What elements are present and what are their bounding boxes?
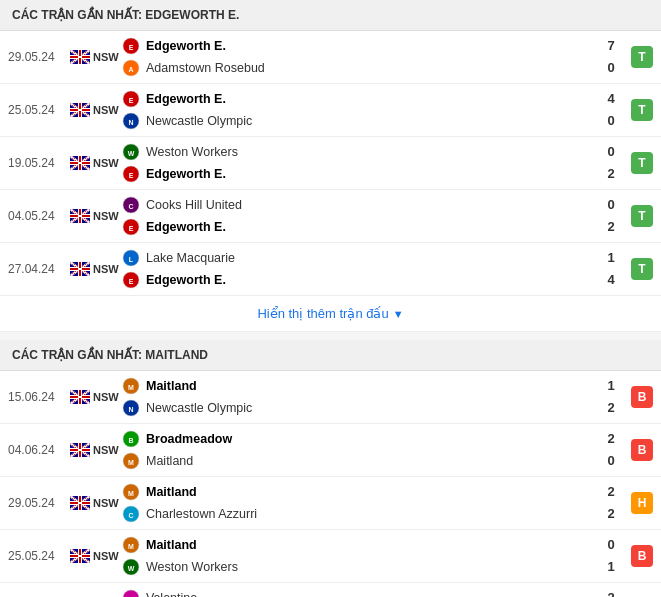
svg-line-17 [70, 103, 90, 117]
svg-rect-5 [78, 50, 82, 64]
team-name-1: Weston Workers [146, 145, 238, 159]
svg-text:A: A [128, 66, 133, 73]
svg-line-95 [70, 496, 90, 510]
match-date: 29.05.24 [8, 50, 70, 64]
team-logo-2: N [122, 399, 140, 417]
svg-rect-70 [78, 390, 82, 404]
score-1: 0 [607, 536, 614, 554]
svg-line-107 [70, 549, 90, 563]
match-date: 04.06.24 [8, 443, 70, 457]
league-label: NSW [93, 157, 119, 169]
result-badge: T [631, 205, 653, 227]
scores-col: 0 2 [599, 143, 623, 183]
team-name-2: Charlestown Azzurri [146, 507, 257, 521]
match-date: 19.05.24 [8, 156, 70, 170]
score-2: 2 [607, 165, 614, 183]
scores-col: 2 4 [599, 589, 623, 597]
league-label: NSW [93, 263, 119, 275]
svg-rect-33 [79, 156, 81, 170]
flag-icon [70, 103, 90, 117]
league-label: NSW [93, 497, 119, 509]
svg-line-54 [70, 262, 90, 276]
teams-col: W Weston Workers E Edgeworth E. [122, 141, 599, 185]
team-name-2: Newcastle Olympic [146, 114, 252, 128]
svg-rect-96 [78, 496, 82, 510]
result-badge: T [631, 152, 653, 174]
scores-col: 4 0 [599, 90, 623, 130]
svg-line-41 [70, 209, 90, 223]
team-row-1: M Maitland [122, 375, 599, 397]
match-date: 15.06.24 [8, 390, 70, 404]
svg-rect-72 [79, 390, 81, 404]
flag-icon [70, 209, 90, 223]
team-row-1: M Maitland [122, 481, 599, 503]
match-date: 29.05.24 [8, 496, 70, 510]
svg-rect-112 [70, 555, 90, 557]
team-row-2: E Edgeworth E. [122, 216, 599, 238]
flag-league: NSW [70, 496, 122, 510]
result-badge: B [631, 439, 653, 461]
league-label: NSW [93, 444, 119, 456]
score-1: 4 [607, 90, 614, 108]
scores-col: 2 2 [599, 483, 623, 523]
svg-rect-6 [70, 55, 90, 59]
svg-rect-0 [70, 50, 90, 64]
flag-icon [70, 50, 90, 64]
scores-col: 0 2 [599, 196, 623, 236]
svg-text:L: L [129, 256, 134, 263]
team-logo-2: E [122, 271, 140, 289]
svg-text:E: E [129, 97, 134, 104]
teams-col: E Edgeworth E. N Newcastle Olympic [122, 88, 599, 132]
teams-scores: V Valentine M Maitland 2 4 [122, 587, 623, 597]
svg-line-29 [70, 156, 90, 170]
svg-rect-26 [70, 156, 90, 170]
svg-rect-18 [78, 103, 82, 117]
svg-line-82 [70, 443, 90, 457]
team-row-2: W Weston Workers [122, 556, 599, 578]
svg-line-94 [70, 496, 90, 510]
svg-rect-52 [70, 262, 90, 276]
teams-col: L Lake Macquarie E Edgeworth E. [122, 247, 599, 291]
team-name-1: Edgeworth E. [146, 39, 226, 53]
score-1: 1 [607, 249, 614, 267]
teams-scores: B Broadmeadow M Maitland 2 0 [122, 428, 623, 472]
score-2: 4 [607, 271, 614, 289]
svg-rect-20 [79, 103, 81, 117]
team-row-2: N Newcastle Olympic [122, 397, 599, 419]
teams-scores: M Maitland W Weston Workers 0 1 [122, 534, 623, 578]
scores-col: 1 4 [599, 249, 623, 289]
match-row: 25.05.24 NSW M Maitland [0, 530, 661, 583]
team-row-2: M Maitland [122, 450, 599, 472]
team-logo-2: E [122, 218, 140, 236]
flag-league: NSW [70, 50, 122, 64]
svg-rect-104 [70, 549, 90, 563]
svg-line-15 [70, 103, 90, 117]
team-logo-1: M [122, 536, 140, 554]
match-date: 25.05.24 [8, 103, 70, 117]
svg-rect-78 [70, 443, 90, 457]
svg-rect-111 [79, 549, 81, 563]
score-2: 0 [607, 59, 614, 77]
svg-rect-44 [78, 209, 82, 223]
show-more-button[interactable]: Hiển thị thêm trận đấu ▼ [0, 296, 661, 332]
team-name-1: Cooks Hill United [146, 198, 242, 212]
score-2: 0 [607, 112, 614, 130]
team-name-2: Adamstown Rosebud [146, 61, 265, 75]
team-name-1: Maitland [146, 379, 197, 393]
svg-line-105 [70, 549, 90, 563]
team-row-2: E Edgeworth E. [122, 163, 599, 185]
svg-rect-84 [70, 448, 90, 452]
svg-line-27 [70, 156, 90, 170]
team-logo-1: V [122, 589, 140, 597]
team-name-1: Broadmeadow [146, 432, 232, 446]
svg-line-93 [70, 496, 90, 510]
svg-text:M: M [128, 490, 134, 497]
teams-col: V Valentine M Maitland [122, 587, 599, 597]
team-logo-1: E [122, 90, 140, 108]
svg-line-2 [70, 50, 90, 64]
match-row: 29.05.24 NSW M Maitland [0, 477, 661, 530]
svg-line-108 [70, 549, 90, 563]
svg-rect-47 [70, 215, 90, 217]
svg-rect-91 [70, 496, 90, 510]
team-name-1: Lake Macquarie [146, 251, 235, 265]
